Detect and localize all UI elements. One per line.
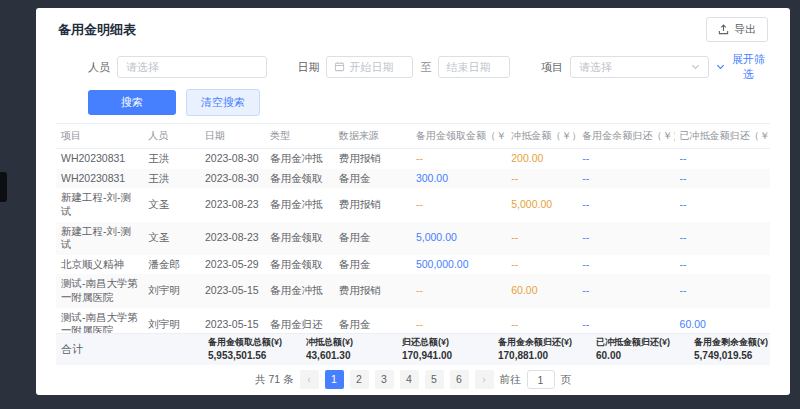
summary-stat: 备用金余额归还(¥)170,881.00 — [498, 337, 572, 362]
search-button[interactable]: 搜索 — [88, 90, 176, 115]
cell-project: 新建工程-刘-测试 — [56, 222, 143, 255]
date-to-label: 至 — [420, 60, 431, 75]
cell-project: 测试-南昌大学第一附属医院 — [56, 308, 143, 334]
prev-page-button[interactable]: ‹ — [300, 370, 319, 389]
page-button-1[interactable]: 1 — [325, 370, 344, 389]
page-button-4[interactable]: 4 — [400, 370, 419, 389]
cell-offset: 200.00 — [506, 149, 577, 169]
date-start-field[interactable] — [349, 61, 405, 73]
goto-suffix: 页 — [561, 373, 572, 387]
cell-offset_return: -- — [675, 274, 770, 307]
cell-date: 2023-05-15 — [200, 274, 265, 307]
summary-stat-label: 已冲抵金额归还(¥) — [596, 337, 670, 349]
cell-date: 2023-05-15 — [200, 308, 265, 334]
summary-stat: 归还总额(¥)170,941.00 — [402, 337, 474, 362]
next-page-button[interactable]: › — [475, 370, 494, 389]
cell-project: 新建工程-刘-测试 — [56, 188, 143, 221]
cell-type: 备用金冲抵 — [265, 274, 334, 307]
cell-offset_return: -- — [675, 255, 770, 275]
petty-cash-report-panel: 备用金明细表 导出 人员 日期 至 项目 — [36, 8, 790, 395]
summary-stat: 备用金剩余金额(¥)5,749,019.56 — [694, 337, 768, 362]
page-button-6[interactable]: 6 — [450, 370, 469, 389]
calendar-icon — [334, 61, 345, 74]
cell-received: -- — [411, 274, 506, 307]
table-header-row: 项目人员日期类型数据来源备用金领取金额（￥）冲抵金额（￥）备用金余额归还（￥）已… — [56, 124, 770, 149]
cell-offset_return: -- — [675, 222, 770, 255]
export-button[interactable]: 导出 — [706, 17, 768, 42]
cell-offset: -- — [506, 169, 577, 189]
page-button-3[interactable]: 3 — [375, 370, 394, 389]
cell-project: WH20230831 — [56, 169, 143, 189]
chevron-down-icon — [716, 61, 725, 73]
cell-source: 费用报销 — [334, 149, 411, 169]
select-arrow-icon — [691, 61, 700, 73]
column-header: 日期 — [200, 124, 265, 149]
clear-search-button[interactable]: 清空搜索 — [186, 89, 260, 116]
column-header: 备用金余额归还（￥） — [577, 124, 674, 149]
summary-stat: 冲抵总额(¥)43,601.30 — [306, 337, 378, 362]
table-row: 测试-南昌大学第一附属医院刘宇明2023-05-15备用金冲抵费用报销--60.… — [56, 274, 770, 307]
cell-offset: 60.00 — [506, 274, 577, 307]
cell-offset_return: -- — [675, 169, 770, 189]
summary-total-label: 合计 — [58, 342, 83, 357]
cell-offset_return: 60.00 — [675, 308, 770, 334]
summary-stat-value: 5,749,019.56 — [694, 349, 768, 362]
cell-source: 备用金 — [334, 308, 411, 334]
summary-stat: 备用金领取总额(¥)5,953,501.56 — [208, 337, 282, 362]
total-count-text: 共 71 条 — [255, 373, 294, 387]
person-input[interactable] — [117, 56, 267, 78]
pagination: 共 71 条 ‹ 123456 › 前往 页 — [56, 365, 770, 395]
expand-filter-link[interactable]: 展开筛选 — [716, 52, 768, 82]
cell-offset: -- — [506, 255, 577, 275]
cell-offset: 5,000.00 — [506, 188, 577, 221]
summary-stat-label: 归还总额(¥) — [402, 337, 474, 349]
cell-balance_return: -- — [577, 255, 674, 275]
cell-person: 王洪 — [143, 149, 200, 169]
cell-type: 备用金冲抵 — [265, 149, 334, 169]
project-select[interactable]: 请选择 — [570, 56, 709, 78]
cell-type: 备用金领取 — [265, 255, 334, 275]
cell-date: 2023-08-23 — [200, 222, 265, 255]
page-button-2[interactable]: 2 — [350, 370, 369, 389]
cell-date: 2023-08-30 — [200, 169, 265, 189]
filter-row: 人员 日期 至 项目 请选择 — [56, 49, 770, 85]
date-end-field[interactable] — [446, 61, 502, 73]
column-header: 备用金领取金额（￥） — [411, 124, 506, 149]
column-header: 冲抵金额（￥） — [506, 124, 577, 149]
cell-type: 备用金归还 — [265, 308, 334, 334]
sidebar-collapse-handle[interactable] — [0, 172, 7, 202]
person-label: 人员 — [88, 60, 110, 75]
expand-filter-label: 展开筛选 — [729, 52, 768, 82]
cell-date: 2023-08-30 — [200, 149, 265, 169]
summary-stat-label: 备用金余额归还(¥) — [498, 337, 572, 349]
summary-stat-label: 冲抵总额(¥) — [306, 337, 378, 349]
action-row: 搜索 清空搜索 — [56, 85, 770, 123]
date-end-input[interactable] — [438, 56, 510, 78]
table-row: 新建工程-刘-测试文圣2023-08-23备用金领取备用金5,000.00---… — [56, 222, 770, 255]
summary-stats: 备用金领取总额(¥)5,953,501.56冲抵总额(¥)43,601.30归还… — [208, 337, 768, 362]
column-header: 人员 — [143, 124, 200, 149]
table-row: 测试-南昌大学第一附属医院刘宇明2023-05-15备用金归还备用金------… — [56, 308, 770, 334]
goto-page-input[interactable] — [527, 370, 555, 389]
summary-row: 合计 备用金领取总额(¥)5,953,501.56冲抵总额(¥)43,601.3… — [56, 333, 770, 365]
summary-stat-value: 43,601.30 — [306, 349, 378, 362]
cell-received: 5,000.00 — [411, 222, 506, 255]
cell-person: 刘宇明 — [143, 274, 200, 307]
page-button-5[interactable]: 5 — [425, 370, 444, 389]
export-label: 导出 — [734, 22, 756, 37]
cell-source: 备用金 — [334, 255, 411, 275]
summary-stat-label: 备用金剩余金额(¥) — [694, 337, 768, 349]
cell-received: 500,000.00 — [411, 255, 506, 275]
cell-received: -- — [411, 188, 506, 221]
date-start-input[interactable] — [326, 56, 413, 78]
summary-stat-label: 备用金领取总额(¥) — [208, 337, 282, 349]
date-label: 日期 — [297, 60, 319, 75]
cell-offset_return: -- — [675, 188, 770, 221]
cell-person: 文圣 — [143, 188, 200, 221]
column-header: 已冲抵金额归还（￥） — [675, 124, 770, 149]
table-row: WH20230831王洪2023-08-30备用金领取备用金300.00----… — [56, 169, 770, 189]
table-row: 北京顺义精神潘金郎2023-05-29备用金领取备用金500,000.00---… — [56, 255, 770, 275]
cell-date: 2023-05-29 — [200, 255, 265, 275]
summary-stat-value: 5,953,501.56 — [208, 349, 282, 362]
cell-type: 备用金领取 — [265, 222, 334, 255]
